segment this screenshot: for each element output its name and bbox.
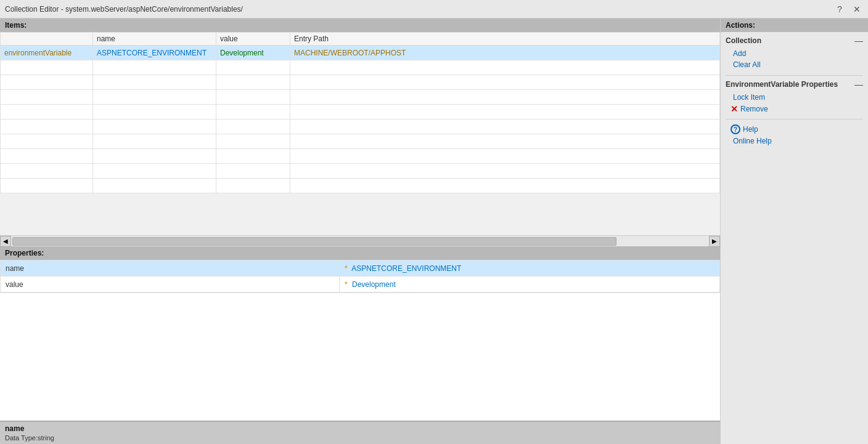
table-row-empty-4[interactable] — [1, 105, 720, 119]
remove-link[interactable]: ✕ Remove — [726, 103, 863, 115]
envvar-collapse-btn[interactable]: — — [854, 79, 863, 89]
left-panel: Items: name value Entry Path — [0, 18, 720, 444]
envvar-props-title: EnvironmentVariable Properties — — [726, 79, 863, 89]
prop-row-name[interactable]: name * ASPNETCORE_ENVIRONMENT — [1, 260, 720, 276]
col-header-type — [1, 33, 93, 46]
prop-label-name: name — [1, 260, 340, 276]
online-help-link[interactable]: Online Help — [726, 135, 863, 147]
help-link[interactable]: ? Help — [726, 123, 863, 135]
asterisk-value: * — [345, 280, 348, 289]
footer-detail: Data Type:string — [5, 434, 715, 442]
cell-type: environmentVariable — [1, 46, 93, 60]
table-header-row: name value Entry Path — [1, 33, 720, 46]
footer-section: name Data Type:string — [0, 421, 720, 444]
properties-section-header: Properties: — [0, 246, 720, 260]
lock-item-link[interactable]: Lock Item — [726, 92, 863, 103]
title-bar: Collection Editor - system.webServer/asp… — [0, 0, 868, 18]
items-section-header: Items: — [0, 18, 720, 32]
divider-1 — [726, 75, 863, 76]
help-text: Help — [743, 125, 758, 134]
main-container: Items: name value Entry Path — [0, 18, 868, 444]
envvar-props-title-text: EnvironmentVariable Properties — [726, 80, 838, 89]
col-header-name: name — [93, 33, 216, 46]
items-table: name value Entry Path environmentVariabl… — [0, 32, 720, 193]
remove-text: Remove — [740, 105, 768, 113]
help-button[interactable]: ? — [833, 3, 846, 15]
collection-title: Collection — — [726, 36, 863, 46]
prop-value-name-text: ASPNETCORE_ENVIRONMENT — [351, 264, 461, 273]
table-row-empty-3[interactable] — [1, 90, 720, 105]
table-row[interactable]: environmentVariable ASPNETCORE_ENVIRONME… — [1, 46, 720, 60]
table-row-empty-7[interactable] — [1, 149, 720, 164]
clear-all-link[interactable]: Clear All — [726, 59, 863, 70]
col-header-value: value — [216, 33, 290, 46]
properties-table: name * ASPNETCORE_ENVIRONMENT value * De… — [0, 260, 720, 293]
table-row-empty-6[interactable] — [1, 134, 720, 149]
add-link[interactable]: Add — [726, 48, 863, 59]
help-icon: ? — [731, 124, 740, 134]
table-row-empty-2[interactable] — [1, 75, 720, 90]
remove-icon: ✕ — [731, 104, 738, 114]
horizontal-scrollbar[interactable]: ◀ ▶ — [0, 235, 720, 246]
scroll-right-arrow[interactable]: ▶ — [709, 236, 720, 247]
divider-2 — [726, 119, 863, 119]
table-row-empty-1[interactable] — [1, 60, 720, 75]
cell-path: MACHINE/WEBROOT/APPHOST — [290, 46, 720, 60]
collection-collapse-btn[interactable]: — — [854, 36, 863, 46]
collection-title-text: Collection — [726, 36, 761, 45]
actions-header: Actions: — [721, 18, 868, 32]
items-table-wrapper[interactable]: name value Entry Path environmentVariabl… — [0, 32, 720, 235]
prop-label-value: value — [1, 276, 340, 293]
window-title: Collection Editor - system.webServer/asp… — [5, 5, 243, 14]
properties-section: Properties: name * ASPNETCORE_ENVIRONMEN… — [0, 246, 720, 293]
cell-value: Development — [216, 46, 290, 60]
footer-label: name — [5, 424, 715, 433]
empty-properties-area — [0, 293, 720, 421]
prop-value-name[interactable]: * ASPNETCORE_ENVIRONMENT — [340, 260, 720, 276]
col-header-path: Entry Path — [290, 33, 720, 46]
table-row-empty-5[interactable] — [1, 119, 720, 134]
right-panel: Actions: Collection — Add Clear All Envi… — [720, 18, 868, 444]
prop-value-value-text: Development — [352, 280, 396, 289]
scroll-left-arrow[interactable]: ◀ — [0, 236, 11, 247]
table-row-empty-8[interactable] — [1, 164, 720, 179]
scroll-thumb[interactable] — [12, 237, 616, 246]
collection-section: Collection — Add Clear All — [726, 36, 863, 70]
table-row-empty-9[interactable] — [1, 179, 720, 193]
prop-value-value[interactable]: * Development — [340, 276, 720, 293]
prop-row-value[interactable]: value * Development — [1, 276, 720, 293]
asterisk-name: * — [345, 264, 348, 273]
envvar-props-section: EnvironmentVariable Properties — Lock It… — [726, 79, 863, 147]
close-button[interactable]: ✕ — [851, 3, 863, 15]
actions-content: Collection — Add Clear All EnvironmentVa… — [721, 32, 868, 155]
title-bar-controls: ? ✕ — [833, 3, 863, 15]
cell-name: ASPNETCORE_ENVIRONMENT — [93, 46, 216, 60]
